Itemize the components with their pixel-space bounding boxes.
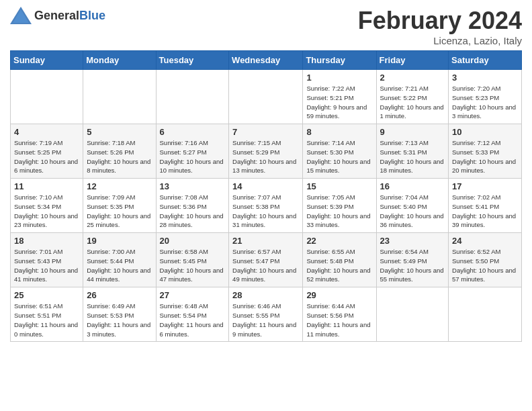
calendar-week-row: 18Sunrise: 7:01 AM Sunset: 5:43 PM Dayli… — [11, 233, 522, 287]
day-info: Sunrise: 6:44 AM Sunset: 5:56 PM Dayligh… — [306, 302, 372, 338]
calendar-cell: 28Sunrise: 6:46 AM Sunset: 5:55 PM Dayli… — [229, 287, 303, 342]
day-info: Sunrise: 7:14 AM Sunset: 5:30 PM Dayligh… — [306, 138, 372, 175]
logo-text-blue: Blue — [79, 9, 105, 22]
day-info: Sunrise: 6:52 AM Sunset: 5:50 PM Dayligh… — [452, 247, 518, 284]
calendar-cell — [229, 70, 303, 124]
day-info: Sunrise: 6:55 AM Sunset: 5:48 PM Dayligh… — [306, 247, 372, 284]
logo-icon — [10, 7, 32, 24]
calendar-cell: 14Sunrise: 7:07 AM Sunset: 5:38 PM Dayli… — [229, 179, 303, 233]
day-info: Sunrise: 7:00 AM Sunset: 5:44 PM Dayligh… — [87, 247, 152, 284]
calendar-week-row: 25Sunrise: 6:51 AM Sunset: 5:51 PM Dayli… — [11, 287, 522, 342]
day-number: 2 — [380, 73, 445, 83]
day-info: Sunrise: 7:10 AM Sunset: 5:34 PM Dayligh… — [14, 193, 79, 230]
calendar-cell: 11Sunrise: 7:10 AM Sunset: 5:34 PM Dayli… — [11, 179, 83, 233]
calendar-cell: 13Sunrise: 7:08 AM Sunset: 5:36 PM Dayli… — [156, 179, 229, 233]
day-header-monday: Monday — [83, 51, 156, 70]
calendar-week-row: 4Sunrise: 7:19 AM Sunset: 5:25 PM Daylig… — [11, 124, 522, 179]
calendar-cell: 4Sunrise: 7:19 AM Sunset: 5:25 PM Daylig… — [11, 124, 83, 179]
calendar-cell — [11, 70, 83, 124]
calendar-cell: 18Sunrise: 7:01 AM Sunset: 5:43 PM Dayli… — [11, 233, 83, 287]
calendar-cell: 16Sunrise: 7:04 AM Sunset: 5:40 PM Dayli… — [376, 179, 449, 233]
calendar-cell — [156, 70, 229, 124]
day-info: Sunrise: 7:18 AM Sunset: 5:26 PM Dayligh… — [87, 138, 152, 175]
day-info: Sunrise: 7:13 AM Sunset: 5:31 PM Dayligh… — [380, 138, 445, 175]
day-header-sunday: Sunday — [11, 51, 83, 70]
calendar-table: SundayMondayTuesdayWednesdayThursdayFrid… — [10, 50, 522, 342]
calendar-header-row: SundayMondayTuesdayWednesdayThursdayFrid… — [11, 51, 522, 70]
day-info: Sunrise: 7:02 AM Sunset: 5:41 PM Dayligh… — [452, 193, 518, 230]
day-info: Sunrise: 7:05 AM Sunset: 5:39 PM Dayligh… — [306, 193, 372, 230]
day-number: 18 — [14, 236, 79, 246]
calendar-cell — [449, 287, 522, 342]
day-info: Sunrise: 6:54 AM Sunset: 5:49 PM Dayligh… — [380, 247, 445, 284]
day-info: Sunrise: 7:08 AM Sunset: 5:36 PM Dayligh… — [160, 193, 226, 230]
month-title: February 2024 — [358, 7, 522, 35]
calendar-cell: 29Sunrise: 6:44 AM Sunset: 5:56 PM Dayli… — [303, 287, 376, 342]
day-info: Sunrise: 6:48 AM Sunset: 5:54 PM Dayligh… — [160, 302, 226, 338]
calendar-cell: 8Sunrise: 7:14 AM Sunset: 5:30 PM Daylig… — [303, 124, 376, 179]
day-header-friday: Friday — [376, 51, 449, 70]
day-info: Sunrise: 7:01 AM Sunset: 5:43 PM Dayligh… — [14, 247, 79, 284]
calendar-cell: 3Sunrise: 7:20 AM Sunset: 5:23 PM Daylig… — [449, 70, 522, 124]
logo-text-general: General — [34, 9, 79, 22]
day-number: 23 — [380, 236, 445, 246]
day-number: 12 — [87, 181, 152, 191]
day-number: 24 — [452, 236, 518, 246]
day-header-saturday: Saturday — [449, 51, 522, 70]
calendar-cell: 1Sunrise: 7:22 AM Sunset: 5:21 PM Daylig… — [303, 70, 376, 124]
day-number: 21 — [232, 236, 299, 246]
day-number: 6 — [160, 127, 226, 137]
calendar-cell: 17Sunrise: 7:02 AM Sunset: 5:41 PM Dayli… — [449, 179, 522, 233]
day-header-thursday: Thursday — [303, 51, 376, 70]
day-info: Sunrise: 7:22 AM Sunset: 5:21 PM Dayligh… — [306, 84, 372, 121]
day-info: Sunrise: 7:12 AM Sunset: 5:33 PM Dayligh… — [452, 138, 518, 175]
calendar-cell: 27Sunrise: 6:48 AM Sunset: 5:54 PM Dayli… — [156, 287, 229, 342]
day-info: Sunrise: 6:51 AM Sunset: 5:51 PM Dayligh… — [14, 302, 79, 338]
day-number: 5 — [87, 127, 152, 137]
calendar-cell: 22Sunrise: 6:55 AM Sunset: 5:48 PM Dayli… — [303, 233, 376, 287]
day-number: 29 — [306, 290, 372, 300]
calendar-cell: 12Sunrise: 7:09 AM Sunset: 5:35 PM Dayli… — [83, 179, 156, 233]
day-number: 28 — [232, 290, 299, 300]
day-number: 27 — [160, 290, 226, 300]
day-number: 10 — [452, 127, 518, 137]
day-number: 4 — [14, 127, 79, 137]
day-info: Sunrise: 7:15 AM Sunset: 5:29 PM Dayligh… — [232, 138, 299, 175]
day-number: 9 — [380, 127, 445, 137]
day-number: 26 — [87, 290, 152, 300]
day-info: Sunrise: 6:49 AM Sunset: 5:53 PM Dayligh… — [87, 302, 152, 338]
logo: GeneralBlue — [10, 7, 105, 24]
calendar-cell: 9Sunrise: 7:13 AM Sunset: 5:31 PM Daylig… — [376, 124, 449, 179]
day-number: 16 — [380, 181, 445, 191]
calendar-week-row: 11Sunrise: 7:10 AM Sunset: 5:34 PM Dayli… — [11, 179, 522, 233]
day-number: 7 — [232, 127, 299, 137]
calendar-cell: 24Sunrise: 6:52 AM Sunset: 5:50 PM Dayli… — [449, 233, 522, 287]
day-number: 13 — [160, 181, 226, 191]
day-info: Sunrise: 6:58 AM Sunset: 5:45 PM Dayligh… — [160, 247, 226, 284]
calendar-cell: 26Sunrise: 6:49 AM Sunset: 5:53 PM Dayli… — [83, 287, 156, 342]
calendar-week-row: 1Sunrise: 7:22 AM Sunset: 5:21 PM Daylig… — [11, 70, 522, 124]
day-info: Sunrise: 7:16 AM Sunset: 5:27 PM Dayligh… — [160, 138, 226, 175]
calendar-cell: 21Sunrise: 6:57 AM Sunset: 5:47 PM Dayli… — [229, 233, 303, 287]
day-number: 25 — [14, 290, 79, 300]
calendar-cell: 20Sunrise: 6:58 AM Sunset: 5:45 PM Dayli… — [156, 233, 229, 287]
title-area: February 2024 Licenza, Lazio, Italy — [358, 7, 522, 46]
day-number: 15 — [306, 181, 372, 191]
day-header-tuesday: Tuesday — [156, 51, 229, 70]
calendar-cell: 6Sunrise: 7:16 AM Sunset: 5:27 PM Daylig… — [156, 124, 229, 179]
day-info: Sunrise: 7:09 AM Sunset: 5:35 PM Dayligh… — [87, 193, 152, 230]
day-info: Sunrise: 7:07 AM Sunset: 5:38 PM Dayligh… — [232, 193, 299, 230]
day-info: Sunrise: 7:21 AM Sunset: 5:22 PM Dayligh… — [380, 84, 445, 121]
day-info: Sunrise: 6:46 AM Sunset: 5:55 PM Dayligh… — [232, 302, 299, 338]
calendar-cell — [376, 287, 449, 342]
day-number: 3 — [452, 73, 518, 83]
calendar-cell: 23Sunrise: 6:54 AM Sunset: 5:49 PM Dayli… — [376, 233, 449, 287]
subtitle: Licenza, Lazio, Italy — [358, 35, 522, 46]
day-info: Sunrise: 7:19 AM Sunset: 5:25 PM Dayligh… — [14, 138, 79, 175]
calendar-cell: 19Sunrise: 7:00 AM Sunset: 5:44 PM Dayli… — [83, 233, 156, 287]
day-number: 19 — [87, 236, 152, 246]
day-number: 22 — [306, 236, 372, 246]
day-number: 17 — [452, 181, 518, 191]
day-number: 14 — [232, 181, 299, 191]
calendar-cell: 15Sunrise: 7:05 AM Sunset: 5:39 PM Dayli… — [303, 179, 376, 233]
